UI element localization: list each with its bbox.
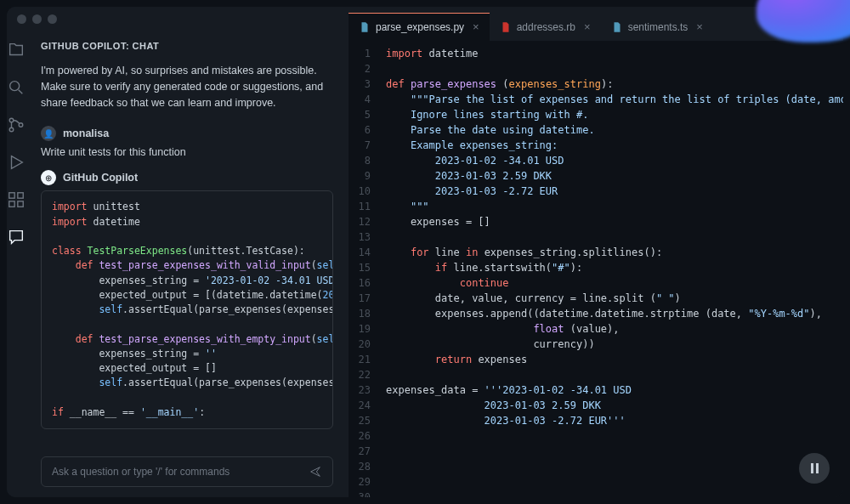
code-line[interactable]: return expenses [386, 352, 843, 367]
svg-rect-5 [18, 193, 23, 198]
suggestion-code-block[interactable]: import unittest import datetime class Te… [41, 190, 333, 429]
svg-point-2 [9, 127, 14, 132]
line-number: 25 [348, 413, 371, 428]
line-number: 30 [348, 490, 371, 497]
line-number: 22 [348, 367, 371, 382]
code-line[interactable] [386, 474, 843, 490]
extensions-icon[interactable] [7, 190, 26, 212]
line-number: 8 [348, 153, 371, 168]
line-number: 24 [348, 398, 371, 413]
code-line[interactable]: continue [386, 275, 843, 291]
line-gutter: 1234567891011121314151617181920212223242… [348, 46, 386, 497]
chat-icon[interactable] [7, 228, 26, 250]
chat-input[interactable] [52, 466, 309, 478]
code-line[interactable] [386, 229, 843, 245]
svg-point-3 [19, 123, 23, 127]
code-line[interactable] [386, 459, 843, 474]
code-line[interactable] [386, 61, 843, 76]
copilot-avatar-icon: ⊕ [41, 170, 56, 185]
code-line[interactable] [386, 367, 843, 382]
user-message-body: Write unit tests for this function [41, 146, 333, 158]
svg-rect-7 [18, 201, 23, 207]
window-max-dot[interactable] [48, 14, 57, 24]
line-number: 29 [348, 474, 371, 490]
code-line[interactable]: def parse_expenses (expenses_string): [386, 76, 843, 92]
code-line[interactable]: for line in expenses_string.splitlines()… [386, 245, 843, 260]
titlebar [7, 7, 843, 31]
line-number: 2 [348, 61, 371, 76]
assistant-author: GitHub Copilot [63, 172, 138, 184]
code-line[interactable]: date, value, currency = line.split (" ") [386, 291, 843, 306]
code-line[interactable]: if line.startswith("#"): [386, 260, 843, 275]
code-line[interactable]: """ [386, 199, 843, 214]
svg-point-1 [9, 118, 14, 122]
search-icon[interactable] [7, 78, 26, 100]
debug-icon[interactable] [7, 153, 26, 175]
chat-sidebar: GITHUB COPILOT: CHAT I'm powered by AI, … [26, 7, 348, 497]
send-icon[interactable] [309, 465, 322, 479]
line-number: 1 [348, 46, 371, 61]
line-number: 26 [348, 428, 371, 444]
line-number: 27 [348, 444, 371, 459]
code-line[interactable]: 2023-01-03 -2.72 EUR [386, 184, 843, 199]
code-line[interactable]: 2023-01-02 -34.01 USD [386, 153, 843, 168]
line-number: 12 [348, 214, 371, 229]
line-number: 9 [348, 168, 371, 184]
code-line[interactable] [386, 444, 843, 459]
code-line[interactable] [386, 490, 843, 497]
line-number: 11 [348, 199, 371, 214]
line-number: 13 [348, 229, 371, 245]
code-area[interactable]: 1234567891011121314151617181920212223242… [348, 41, 843, 497]
code-line[interactable]: 2023-01-03 2.59 DKK [386, 168, 843, 184]
line-number: 5 [348, 107, 371, 122]
code-line[interactable]: 2023-01-03 -2.72 EUR''' [386, 413, 843, 428]
window-min-dot[interactable] [32, 14, 42, 24]
window-close-dot[interactable] [17, 14, 26, 24]
code-line[interactable]: import datetime [386, 46, 843, 61]
pause-button[interactable] [799, 453, 830, 484]
code-line[interactable]: 2023-01-03 2.59 DKK [386, 398, 843, 413]
line-number: 3 [348, 76, 371, 92]
ide-window: GITHUB COPILOT: CHAT I'm powered by AI, … [7, 7, 843, 497]
code-line[interactable]: Parse the date using datetime. [386, 122, 843, 138]
code-line[interactable]: Ignore lines starting with #. [386, 107, 843, 122]
svg-rect-4 [9, 193, 14, 198]
user-author: monalisa [63, 127, 109, 139]
line-number: 6 [348, 122, 371, 138]
line-number: 10 [348, 184, 371, 199]
activity-bar [7, 7, 26, 497]
line-number: 28 [348, 459, 371, 474]
code-line[interactable]: expenses.append((datetime.datetime.strpt… [386, 306, 843, 321]
line-number: 17 [348, 291, 371, 306]
line-number: 19 [348, 321, 371, 337]
explorer-icon[interactable] [7, 41, 26, 63]
chat-input-row [41, 456, 333, 487]
line-number: 15 [348, 260, 371, 275]
svg-rect-6 [9, 201, 14, 207]
code-line[interactable]: float (value), [386, 321, 843, 337]
code-line[interactable]: """Parse the list of expenses and return… [386, 92, 843, 107]
line-number: 14 [348, 245, 371, 260]
line-number: 16 [348, 275, 371, 291]
line-number: 21 [348, 352, 371, 367]
user-avatar: 👤 [41, 126, 56, 141]
line-number: 20 [348, 337, 371, 352]
svg-point-0 [10, 82, 20, 91]
code-lines[interactable]: import datetime def parse_expenses (expe… [386, 46, 843, 497]
code-line[interactable]: expenses_data = '''2023-01-02 -34.01 USD [386, 382, 843, 398]
line-number: 7 [348, 138, 371, 153]
user-message: 👤 monalisa Write unit tests for this fun… [41, 126, 333, 158]
assistant-message: ⊕ GitHub Copilot import unittest import … [41, 170, 333, 429]
code-line[interactable]: Example expenses_string: [386, 138, 843, 153]
line-number: 4 [348, 92, 371, 107]
code-line[interactable] [386, 428, 843, 444]
code-line[interactable]: currency)) [386, 337, 843, 352]
source-control-icon[interactable] [7, 116, 26, 138]
line-number: 18 [348, 306, 371, 321]
code-line[interactable]: expenses = [] [386, 214, 843, 229]
sidebar-title: GITHUB COPILOT: CHAT [41, 41, 333, 51]
editor-area: parse_expenses.py×addresses.rb×sentiment… [348, 7, 843, 497]
line-number: 23 [348, 382, 371, 398]
ai-disclaimer: I'm powered by AI, so surprises and mist… [41, 63, 333, 110]
